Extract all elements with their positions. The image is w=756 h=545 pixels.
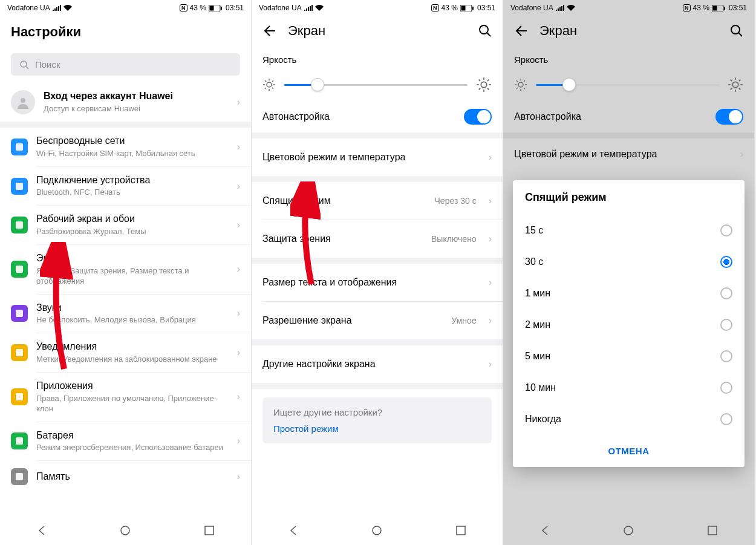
back-icon[interactable] [262,24,276,38]
time-label: 03:51 [729,4,747,12]
radio-option[interactable]: 10 мин [513,372,745,403]
time-label: 03:51 [477,4,495,12]
settings-row[interactable]: Беспроводные сетиWi-Fi, Настройки SIM-ка… [0,128,251,166]
time-label: 03:51 [226,4,244,12]
brightness-high-icon [728,77,743,93]
simple-mode-link[interactable]: Простой режим [273,423,481,434]
chevron-icon: › [740,149,743,160]
svg-point-15 [121,526,129,535]
settings-row[interactable]: Рабочий экран и обоиРазблокировка Журнал… [0,206,251,244]
row-icon [11,261,28,278]
svg-rect-18 [461,5,465,10]
status-bar: Vodafone UA N 43 % 03:51 [0,0,251,16]
nav-recent-icon[interactable] [706,524,719,537]
radio-option[interactable]: 15 с [513,215,745,246]
row-title: Звуки [36,302,229,315]
option-label: 15 с [525,225,543,236]
brightness-row [252,68,503,101]
brightness-low-icon [262,78,276,91]
brightness-high-icon [476,77,492,93]
settings-row[interactable]: ЗвукиНе беспокоить, Мелодия вызова, Вибр… [0,295,251,333]
color-mode-row[interactable]: Цветовой режим и температура › [503,139,754,170]
display-row[interactable]: Цветовой режим и температура › [252,139,503,176]
radio-icon [720,413,732,425]
radio-option[interactable]: 5 мин [513,341,745,372]
nav-home-icon[interactable] [371,524,383,537]
svg-rect-14 [16,473,23,480]
settings-row[interactable]: Подключение устройстваBluetooth, NFC, Пе… [0,167,251,206]
row-title: Батарея [36,429,229,442]
back-icon[interactable] [514,24,527,38]
svg-line-4 [26,67,28,69]
nav-recent-icon[interactable] [455,524,467,537]
settings-row[interactable]: УведомленияМетки, Уведомления на заблоки… [0,333,251,372]
cancel-button[interactable]: ОТМЕНА [513,435,745,467]
nfc-icon: N [180,4,187,11]
row-value: Выключено [431,234,477,244]
chevron-icon: › [237,181,240,192]
radio-option[interactable]: Никогда [513,403,745,435]
toggle-on[interactable] [464,109,492,125]
svg-rect-66 [708,526,717,535]
row-title: Экран [36,252,229,265]
search-placeholder: Поиск [35,59,60,70]
svg-line-64 [739,80,740,81]
dialog-title: Спящий режим [513,180,745,215]
search-icon[interactable] [730,24,743,38]
row-sub: Bluetooth, NFC, Печать [36,188,229,198]
radio-option[interactable]: 30 с [513,246,745,278]
row-title: Цветовой режим и температура [262,151,480,164]
brightness-slider[interactable] [284,84,468,86]
svg-point-56 [732,82,738,87]
svg-line-63 [731,88,732,90]
display-row[interactable]: Другие настройки экрана › [252,345,503,383]
radio-option[interactable]: 2 мин [513,309,745,341]
row-title: Разрешение экрана [262,315,443,327]
row-title: Беспроводные сети [36,135,229,148]
nav-recent-icon[interactable] [203,524,215,537]
svg-line-53 [524,88,525,89]
auto-brightness-row[interactable]: Автонастройка [503,101,754,132]
nav-back-icon[interactable] [287,524,299,537]
settings-row[interactable]: БатареяРежим энергосбережения, Использов… [0,422,251,461]
settings-row[interactable]: ЭкранЯркость, Защита зрения, Размер текс… [0,245,251,294]
chevron-icon: › [489,315,492,326]
settings-phone-1: Vodafone UA N 43 % 03:51 Настройки Поиск… [0,0,252,545]
svg-line-37 [487,88,489,90]
svg-rect-9 [16,266,23,273]
brightness-slider[interactable] [536,84,719,86]
toggle-on[interactable] [715,109,743,125]
nav-back-icon[interactable] [539,524,551,537]
chevron-icon: › [237,264,240,275]
display-row[interactable]: Спящий режим Через 30 с › [252,182,503,220]
radio-option[interactable]: 1 мин [513,278,745,309]
svg-rect-43 [712,5,717,10]
row-sub: Права, Приложения по умолчанию, Приложен… [36,394,229,414]
display-row[interactable]: Размер текста и отображения › [252,264,503,301]
gap [503,132,754,139]
display-row[interactable]: Защита зрения Выключено › [252,220,503,258]
settings-row[interactable]: ПриложенияПрава, Приложения по умолчанию… [0,373,251,422]
nav-bar [0,516,251,545]
settings-row[interactable]: Память › [0,461,251,492]
row-icon [11,305,28,322]
auto-brightness-row[interactable]: Автонастройка [252,101,503,132]
nav-back-icon[interactable] [36,524,48,537]
search-icon[interactable] [478,24,492,38]
nav-home-icon[interactable] [119,524,131,537]
nav-home-icon[interactable] [622,524,634,537]
battery-icon [712,5,725,11]
hint-title: Ищете другие настройки? [273,407,481,417]
row-icon [11,139,28,155]
account-row[interactable]: Вход через аккаунт Huawei Доступ к серви… [0,83,251,122]
search-input[interactable]: Поиск [11,53,240,76]
svg-line-61 [731,80,732,81]
radio-icon [720,256,732,268]
row-sub: Режим энергосбережения, Использование ба… [36,443,229,453]
svg-point-47 [518,82,523,87]
brightness-low-icon [514,78,527,91]
page-header: Экран [252,16,503,46]
svg-line-46 [738,33,742,36]
row-title: Память [36,471,229,483]
display-row[interactable]: Разрешение экрана Умное › [252,302,503,339]
